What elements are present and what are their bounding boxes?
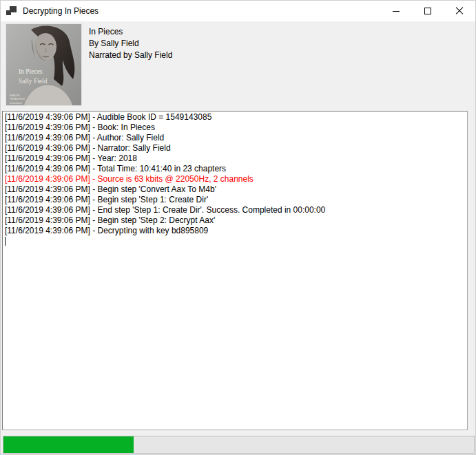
app-window: Decrypting In Pieces bbox=[0, 0, 476, 455]
text-caret bbox=[5, 237, 6, 246]
log-caret-line bbox=[5, 236, 465, 248]
close-button[interactable] bbox=[444, 1, 475, 21]
close-icon bbox=[455, 7, 464, 15]
cover-readby-line1: READ BY bbox=[10, 94, 21, 97]
caption-buttons bbox=[380, 1, 475, 21]
minimize-icon bbox=[393, 11, 400, 12]
log-line: [11/6/2019 4:39:06 PM] - End step 'Step … bbox=[5, 205, 465, 215]
book-narrator: Narrated by Sally Field bbox=[89, 50, 172, 61]
app-icon bbox=[6, 6, 17, 17]
cover-title-text: In Pieces bbox=[19, 68, 43, 75]
progress-fill bbox=[3, 436, 134, 453]
book-author: By Sally Field bbox=[89, 38, 172, 50]
log-line: [11/6/2019 4:39:06 PM] - Audible Book ID… bbox=[5, 112, 465, 123]
log-line: [11/6/2019 4:39:06 PM] - Total Time: 10:… bbox=[5, 164, 465, 174]
log-textbox[interactable]: [11/6/2019 4:39:06 PM] - Audible Book ID… bbox=[2, 111, 468, 430]
cover-author-text: Sally Field bbox=[19, 78, 48, 85]
maximize-button[interactable] bbox=[412, 1, 444, 21]
cover-edition-text: Unabridged bbox=[10, 102, 22, 105]
log-line: [11/6/2019 4:39:06 PM] - Decrypting with… bbox=[5, 226, 465, 236]
minimize-button[interactable] bbox=[380, 1, 412, 21]
log-line: [11/6/2019 4:39:06 PM] - Source is 63 kb… bbox=[5, 174, 465, 184]
cover-readby-line2: THE AUTHOR bbox=[10, 98, 25, 100]
book-info: In Pieces By Sally Field Narrated by Sal… bbox=[89, 26, 172, 61]
window-title: Decrypting In Pieces bbox=[23, 6, 99, 16]
log-line: [11/6/2019 4:39:06 PM] - Begin step 'Ste… bbox=[5, 215, 465, 226]
maximize-icon bbox=[424, 8, 431, 14]
titlebar: Decrypting In Pieces bbox=[1, 1, 475, 21]
log-line: [11/6/2019 4:39:06 PM] - Begin step 'Ste… bbox=[5, 195, 465, 205]
decrypt-progress-bar bbox=[3, 436, 475, 454]
cover-face bbox=[34, 33, 56, 61]
log-line: [11/6/2019 4:39:06 PM] - Narrator: Sally… bbox=[5, 143, 465, 154]
log-line: [11/6/2019 4:39:06 PM] - Author: Sally F… bbox=[5, 133, 465, 143]
book-title: In Pieces bbox=[89, 26, 172, 38]
log-line: [11/6/2019 4:39:06 PM] - Year: 2018 bbox=[5, 154, 465, 164]
log-line: [11/6/2019 4:39:06 PM] - Begin step 'Con… bbox=[5, 184, 465, 195]
book-cover-image: In Pieces Sally Field READ BY THE AUTHOR… bbox=[6, 24, 81, 105]
log-line: [11/6/2019 4:39:06 PM] - Book: In Pieces bbox=[5, 123, 465, 133]
